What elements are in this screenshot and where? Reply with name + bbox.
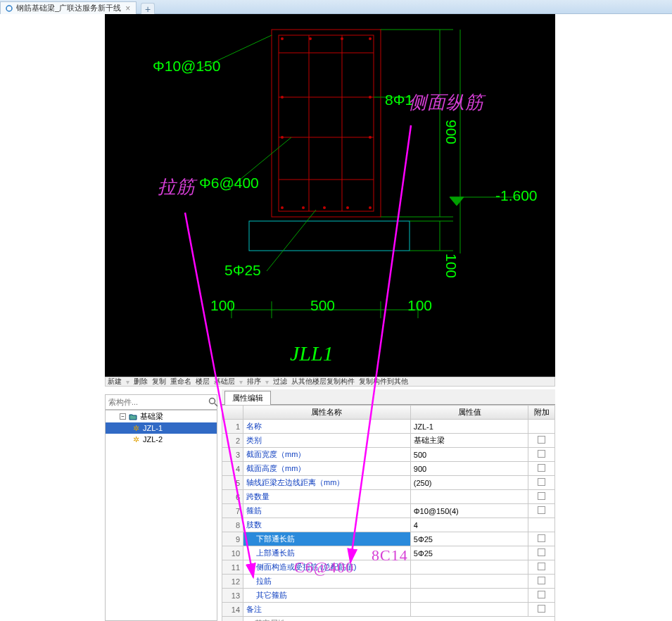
- property-ext-cell[interactable]: [528, 504, 555, 518]
- svg-point-18: [281, 96, 284, 99]
- property-name-cell[interactable]: +其它属性: [243, 617, 555, 622]
- property-row[interactable]: 7箍筋Φ10@150(4): [222, 504, 555, 518]
- tree-root[interactable]: − 基础梁: [106, 410, 217, 422]
- checkbox[interactable]: [538, 577, 545, 584]
- property-value-cell[interactable]: 900: [410, 462, 528, 476]
- row-index: 8: [222, 518, 243, 532]
- property-ext-cell[interactable]: [528, 462, 555, 476]
- checkbox[interactable]: [538, 450, 545, 458]
- property-name-cell[interactable]: 截面宽度（mm）: [243, 448, 411, 462]
- checkbox[interactable]: [538, 478, 545, 486]
- property-ext-cell[interactable]: [528, 476, 555, 490]
- tb-filter[interactable]: 过滤: [271, 377, 289, 387]
- property-name-cell[interactable]: 上部通长筋: [243, 546, 411, 560]
- checkbox[interactable]: [538, 436, 545, 444]
- checkbox[interactable]: [538, 534, 545, 542]
- tb-sort[interactable]: 排序: [245, 377, 263, 387]
- checkbox[interactable]: [538, 563, 545, 570]
- property-row[interactable]: 9下部通长筋5Φ25: [222, 532, 555, 546]
- property-ext-cell[interactable]: [528, 490, 555, 504]
- property-name-cell[interactable]: 下部通长筋: [243, 532, 411, 546]
- property-ext-cell[interactable]: [528, 603, 555, 617]
- property-value-cell[interactable]: 4: [410, 518, 528, 532]
- property-name-cell[interactable]: 侧面构造或受扭筋 (总配筋值): [243, 560, 411, 575]
- property-row[interactable]: 11侧面构造或受扭筋 (总配筋值): [222, 560, 555, 575]
- property-row[interactable]: 4截面高度（mm）900: [222, 462, 555, 476]
- tb-copy-to[interactable]: 复制构件到其他: [357, 377, 410, 387]
- checkbox[interactable]: [538, 506, 545, 514]
- property-name-cell[interactable]: 跨数量: [243, 490, 411, 504]
- property-name-cell[interactable]: 名称: [243, 420, 411, 434]
- property-row[interactable]: 12拉筋: [222, 575, 555, 589]
- property-value-cell[interactable]: [410, 575, 528, 589]
- checkbox[interactable]: [538, 492, 545, 500]
- property-row[interactable]: 13其它箍筋: [222, 589, 555, 603]
- property-name-cell[interactable]: 备注: [243, 603, 411, 617]
- checkbox[interactable]: [538, 605, 545, 613]
- property-value-cell[interactable]: 基础主梁: [410, 434, 528, 448]
- property-name: 肢数: [246, 520, 262, 529]
- property-ext-cell[interactable]: [528, 420, 555, 434]
- property-name-cell[interactable]: 箍筋: [243, 504, 411, 518]
- property-ext-cell[interactable]: [528, 518, 555, 532]
- tb-copy-from[interactable]: 从其他楼层复制构件: [289, 377, 357, 387]
- property-row[interactable]: 3截面宽度（mm）500: [222, 448, 555, 462]
- svg-point-40: [210, 399, 215, 404]
- property-value-cell[interactable]: 500: [410, 448, 528, 462]
- property-row[interactable]: 5轴线距梁左边线距离（mm）(250): [222, 476, 555, 490]
- property-tab-row: 属性编辑: [222, 389, 555, 405]
- tb-base[interactable]: 基础层: [212, 377, 237, 387]
- property-ext-cell[interactable]: [528, 434, 555, 448]
- tb-delete[interactable]: 删除: [132, 377, 150, 387]
- property-ext-cell[interactable]: [528, 546, 555, 560]
- property-value-cell[interactable]: 5Φ25: [410, 546, 528, 560]
- tab-close-icon[interactable]: ×: [124, 4, 132, 13]
- property-ext-cell[interactable]: [528, 532, 555, 546]
- new-tab-button[interactable]: +: [141, 3, 155, 14]
- property-row[interactable]: 2类别基础主梁: [222, 434, 555, 448]
- search-icon[interactable]: [208, 395, 218, 409]
- property-name-cell[interactable]: 轴线距梁左边线距离（mm）: [243, 476, 411, 490]
- checkbox[interactable]: [538, 591, 545, 598]
- property-value-cell[interactable]: [410, 589, 528, 603]
- property-value-cell[interactable]: 5Φ25: [410, 532, 528, 546]
- property-row[interactable]: 10上部通长筋5Φ25: [222, 546, 555, 560]
- property-value-cell[interactable]: [410, 560, 528, 575]
- property-ext-cell[interactable]: [528, 589, 555, 603]
- tb-copy[interactable]: 复制: [150, 377, 168, 387]
- svg-line-26: [267, 210, 316, 271]
- property-row[interactable]: 15+其它属性: [222, 617, 555, 622]
- component-tree[interactable]: − 基础梁 ✲ JZL-1 ✲ JZL-2: [105, 410, 217, 621]
- property-name-cell[interactable]: 类别: [243, 434, 411, 448]
- property-row[interactable]: 6跨数量: [222, 490, 555, 504]
- property-name-cell[interactable]: 拉筋: [243, 575, 411, 589]
- tree-item-jzl1[interactable]: ✲ JZL-1: [106, 422, 217, 434]
- browser-tab[interactable]: 钢筋基础梁_广联达服务新干线 ×: [0, 1, 137, 14]
- property-header-row: 属性名称 属性值 附加: [222, 406, 555, 420]
- property-value-cell[interactable]: JZL-1: [410, 420, 528, 434]
- property-ext-cell[interactable]: [528, 448, 555, 462]
- property-tab[interactable]: 属性编辑: [224, 391, 271, 405]
- property-value-cell[interactable]: Φ10@150(4): [410, 504, 528, 518]
- checkbox[interactable]: [538, 464, 545, 472]
- property-name-cell[interactable]: 肢数: [243, 518, 411, 532]
- checkbox[interactable]: [538, 548, 545, 556]
- property-name-cell[interactable]: 截面高度（mm）: [243, 462, 411, 476]
- property-name-cell[interactable]: 其它箍筋: [243, 589, 411, 603]
- property-grid[interactable]: 属性名称 属性值 附加 1名称JZL-12类别基础主梁3截面宽度（mm）5004…: [222, 405, 555, 621]
- tb-new[interactable]: 新建: [106, 377, 124, 387]
- property-value-cell[interactable]: (250): [410, 476, 528, 490]
- tb-rename[interactable]: 重命名: [168, 377, 194, 387]
- property-row[interactable]: 14备注: [222, 603, 555, 617]
- property-ext-cell[interactable]: [528, 575, 555, 589]
- cad-viewer[interactable]: Φ10@150 Φ6@400 8Φ1 5Φ25 900 100 -1.600 1…: [105, 14, 555, 377]
- property-value-cell[interactable]: [410, 603, 528, 617]
- tb-floor[interactable]: 楼层: [194, 377, 212, 387]
- property-row[interactable]: 8肢数4: [222, 518, 555, 532]
- collapse-icon[interactable]: −: [120, 413, 126, 420]
- property-row[interactable]: 1名称JZL-1: [222, 420, 555, 434]
- tree-item-jzl2[interactable]: ✲ JZL-2: [106, 434, 217, 445]
- property-ext-cell[interactable]: [528, 560, 555, 575]
- search-input[interactable]: [106, 396, 208, 408]
- property-value-cell[interactable]: [410, 490, 528, 504]
